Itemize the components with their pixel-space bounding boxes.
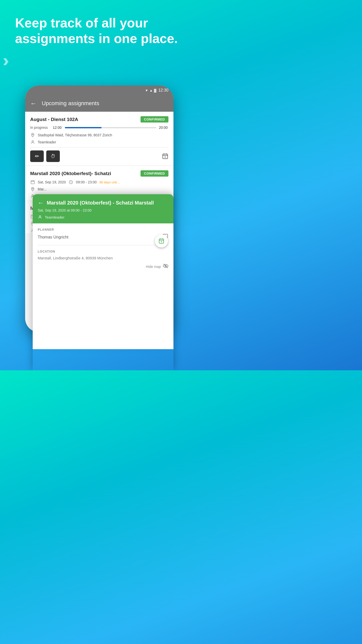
- add-calendar-button[interactable]: [162, 153, 168, 159]
- popup-fab-button[interactable]: [155, 234, 168, 248]
- popup-body: PLANNER Thomas Ungricht LOCATION Marstal…: [33, 223, 173, 349]
- card1-location: Stadtspital Waid, Tièçhestrasse 99, 8037…: [38, 133, 112, 137]
- card1-status: In progress: [30, 126, 50, 130]
- popup-hide-map-row: Hide map: [38, 263, 168, 270]
- popup-header-top: ← Marstall 2020 (Oktoberfest) - Schatzi …: [38, 199, 168, 206]
- card1-role: Teamleader: [38, 140, 56, 144]
- popup-teamleader-label: Teamleader: [45, 215, 64, 219]
- hide-map-eye-icon[interactable]: [163, 263, 168, 270]
- status-icons: ▼ ▲ ▓: [145, 89, 156, 92]
- popup-header: ← Marstall 2020 (Oktoberfest) - Schatzi …: [33, 194, 173, 223]
- signal-icon: ▲: [150, 89, 153, 92]
- card1-time-start: 12:00: [53, 126, 62, 130]
- wifi-icon: ▼: [145, 89, 148, 92]
- card1-btn-group: ✏ ⏱: [30, 150, 60, 162]
- location-icon-2: [30, 187, 35, 192]
- timer-button[interactable]: ⏱: [46, 150, 60, 162]
- card2-date-row: Sat, Sep 19, 2020 09:00 - 23:00 38 days …: [30, 180, 168, 185]
- popup-planner-name: Thomas Ungricht: [38, 235, 68, 239]
- battery-icon: ▓: [154, 89, 156, 92]
- popup-teamleader-row: Teamleader: [38, 215, 168, 219]
- card2-badge: CONFIRMED: [141, 170, 168, 177]
- location-icon: [30, 133, 35, 138]
- chevron-decorations: ››: [3, 50, 4, 70]
- screen-title: Upcoming assignments: [42, 100, 99, 107]
- card1-divider: [30, 147, 168, 147]
- location-section-label: LOCATION: [38, 250, 168, 253]
- card1-actions: ✏ ⏱: [30, 150, 168, 166]
- card1-badge: CONFIRMED: [141, 116, 168, 123]
- card2-days-until: 38 days unti…: [99, 180, 120, 184]
- back-button[interactable]: ←: [30, 100, 37, 107]
- hero-title: Keep track of all your assignments in on…: [15, 15, 193, 47]
- status-bar: ▼ ▲ ▓ 12:30: [25, 86, 173, 95]
- svg-point-0: [32, 134, 33, 135]
- card2-location: Mar...: [38, 187, 47, 191]
- status-time: 12:30: [158, 88, 168, 93]
- card2-header: Marstall 2020 (Oktoberfest)- Schatzi CON…: [30, 170, 168, 177]
- svg-rect-3: [31, 181, 34, 184]
- card1-location-row: Stadtspital Waid, Tièçhestrasse 99, 8037…: [30, 133, 168, 138]
- clock-icon: [68, 180, 73, 185]
- hide-map-label[interactable]: Hide map: [146, 265, 161, 269]
- hero-section: Keep track of all your assignments in on…: [15, 15, 193, 47]
- stamp-button[interactable]: ✏: [30, 150, 44, 162]
- card1-time-end: 20:00: [159, 126, 168, 130]
- card1-role-row: Teamleader: [30, 140, 168, 145]
- card1-progress-track: [65, 127, 156, 128]
- person-icon: [30, 140, 35, 145]
- card2-title: Marstall 2020 (Oktoberfest)- Schatzi: [30, 171, 111, 176]
- svg-point-10: [39, 216, 41, 217]
- app-header: ← Upcoming assignments: [25, 95, 173, 112]
- card2-date: Sat, Sep 19, 2020: [38, 180, 66, 184]
- popup-back-button[interactable]: ←: [38, 199, 44, 206]
- popup-title: Marstall 2020 (Oktoberfest) - Schatzi Ma…: [47, 200, 154, 206]
- assignment-detail-popup[interactable]: ← Marstall 2020 (Oktoberfest) - Schatzi …: [33, 194, 173, 370]
- card2-location-row: Mar...: [30, 187, 168, 192]
- popup-planner-row: Thomas Ungricht: [38, 233, 168, 241]
- card1-header: August - Dienst 102A CONFIRMED: [30, 116, 168, 123]
- assignment-card-1[interactable]: August - Dienst 102A CONFIRMED In progre…: [25, 112, 173, 166]
- card2-time: 09:00 - 23:00: [76, 180, 97, 184]
- popup-location-text: Marstall, Lindberghstraße 4, 80939 Münch…: [38, 255, 168, 261]
- svg-rect-2: [163, 154, 168, 158]
- popup-subtitle: Sat, Sep 19, 2020 at 09:00 - 23:00: [38, 208, 168, 212]
- card1-title: August - Dienst 102A: [30, 117, 78, 122]
- svg-point-1: [32, 141, 33, 142]
- card1-progress-fill: [65, 127, 102, 128]
- svg-point-5: [32, 188, 33, 189]
- planner-section-label: PLANNER: [38, 228, 168, 231]
- calendar-icon: [30, 180, 35, 185]
- popup-divider-1: [38, 245, 168, 245]
- card1-progress-row: In progress 12:00 20:00: [30, 126, 168, 130]
- svg-rect-11: [159, 239, 164, 243]
